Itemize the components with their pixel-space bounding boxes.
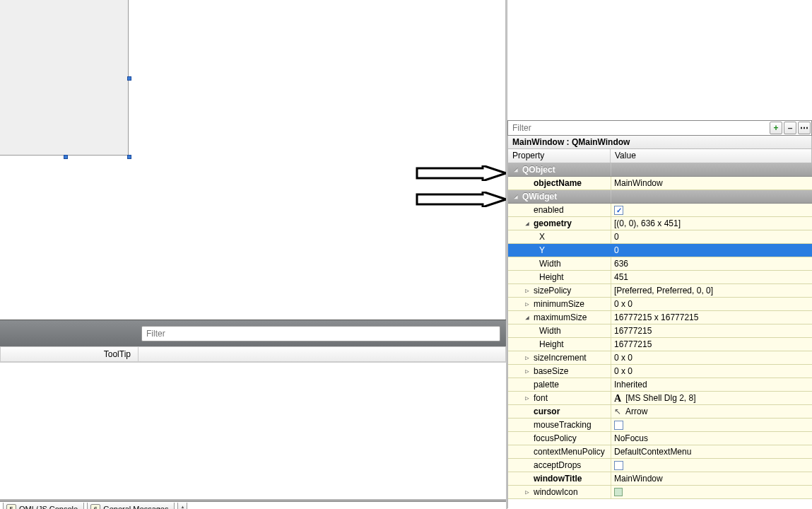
selected-object-header: MainWindow : QMainWindow	[507, 136, 812, 149]
prop-objectName-value[interactable]: MainWindow	[614, 177, 663, 190]
prop-minimumSize-value[interactable]: 0 x 0	[614, 298, 632, 311]
property-tree[interactable]: QObject objectName MainWindow QWidget en…	[507, 163, 812, 508]
prop-baseSize-value[interactable]: 0 x 0	[614, 365, 632, 378]
designer-form-surface[interactable]	[0, 0, 129, 156]
prop-palette[interactable]: palette Inherited	[508, 378, 812, 392]
prop-geometry-y[interactable]: Y 0	[508, 244, 812, 257]
output-tabs: 5 QML/JS Console 6 General Messages ▲▼	[3, 503, 187, 509]
property-editor-options-button[interactable]: ⋯	[798, 122, 811, 134]
resize-handle-east[interactable]	[127, 76, 131, 81]
prop-mouseTracking-checkbox[interactable]	[614, 421, 623, 430]
tab-general-messages[interactable]: 6 General Messages	[87, 503, 175, 509]
prop-maximumSize-height[interactable]: Height 16777215	[508, 338, 812, 351]
resize-handle-south[interactable]	[64, 155, 68, 159]
prop-geometry[interactable]: geometry [(0, 0), 636 x 451]	[508, 217, 812, 230]
prop-mouseTracking[interactable]: mouseTracking	[508, 419, 812, 432]
prop-windowTitle-value[interactable]: MainWindow	[614, 472, 663, 486]
annotation-arrow-qwidget	[416, 192, 507, 207]
prop-palette-value[interactable]: Inherited	[614, 378, 647, 392]
tab-qml-js-console-badge: 5	[6, 504, 16, 510]
prop-maximumSize[interactable]: maximumSize 16777215 x 16777215	[508, 311, 812, 324]
group-qwidget[interactable]: QWidget	[508, 190, 812, 204]
column-property-label: Property	[508, 149, 611, 163]
prop-sizeIncrement-value[interactable]: 0 x 0	[614, 351, 632, 365]
prop-objectName[interactable]: objectName MainWindow	[508, 177, 812, 190]
signal-slot-area[interactable]	[0, 362, 506, 501]
prop-geometry-y-value[interactable]: 0	[614, 244, 619, 257]
prop-cursor[interactable]: cursor Arrow	[508, 405, 812, 419]
prop-maximumSize-height-value[interactable]: 16777215	[614, 338, 652, 351]
tab-general-messages-badge: 6	[90, 504, 100, 510]
prop-focusPolicy-value[interactable]: NoFocus	[614, 432, 648, 445]
annotation-arrow-qobject	[416, 165, 507, 181]
font-icon: A	[614, 392, 621, 405]
add-dynamic-property-button[interactable]: +	[770, 122, 782, 134]
group-qobject[interactable]: QObject	[508, 163, 812, 177]
signal-slot-header-row: ToolTip	[0, 346, 506, 362]
prop-contextMenuPolicy[interactable]: contextMenuPolicy DefaultContextMenu	[508, 445, 812, 459]
prop-baseSize[interactable]: baseSize 0 x 0	[508, 365, 812, 378]
prop-geometry-x-value[interactable]: 0	[614, 230, 619, 244]
prop-windowTitle[interactable]: windowTitle MainWindow	[508, 472, 812, 486]
resize-handle-southeast[interactable]	[127, 155, 131, 159]
prop-geometry-height[interactable]: Height 451	[508, 271, 812, 284]
output-tab-stepper[interactable]: ▲▼	[177, 503, 187, 509]
prop-cursor-value[interactable]: Arrow	[625, 405, 647, 419]
column-value-label: Value	[611, 149, 811, 163]
prop-focusPolicy[interactable]: focusPolicy NoFocus	[508, 432, 812, 445]
tab-qml-js-console-label: QML/JS Console	[19, 505, 78, 510]
signal-slot-empty-column	[139, 347, 505, 361]
prop-contextMenuPolicy-value[interactable]: DefaultContextMenu	[614, 445, 691, 459]
prop-geometry-width[interactable]: Width 636	[508, 257, 812, 271]
cursor-icon	[614, 405, 621, 419]
prop-minimumSize[interactable]: minimumSize 0 x 0	[508, 298, 812, 311]
right-top-area	[507, 0, 812, 120]
vertical-splitter[interactable]	[506, 0, 507, 509]
property-filter-bar: + – ⋯	[507, 120, 812, 136]
property-editor: + – ⋯ MainWindow : QMainWindow Property …	[507, 120, 812, 509]
prop-geometry-width-value[interactable]: 636	[614, 257, 628, 271]
prop-enabled[interactable]: enabled	[508, 204, 812, 217]
prop-geometry-height-value[interactable]: 451	[614, 271, 628, 284]
prop-font[interactable]: font A[MS Shell Dlg 2, 8]	[508, 392, 812, 405]
object-inspector-filter-input[interactable]	[141, 326, 500, 341]
prop-maximumSize-width-value[interactable]: 16777215	[614, 324, 652, 338]
prop-geometry-value: [(0, 0), 636 x 451]	[614, 217, 681, 230]
prop-sizePolicy[interactable]: sizePolicy [Preferred, Preferred, 0, 0]	[508, 284, 812, 298]
tab-qml-js-console[interactable]: 5 QML/JS Console	[3, 503, 84, 509]
prop-acceptDrops[interactable]: acceptDrops	[508, 459, 812, 472]
prop-maximumSize-value: 16777215 x 16777215	[614, 311, 698, 324]
prop-font-value[interactable]: [MS Shell Dlg 2, 8]	[625, 392, 695, 405]
horizontal-splitter[interactable]	[0, 499, 506, 502]
prop-acceptDrops-checkbox[interactable]	[614, 461, 623, 470]
window-icon-swatch[interactable]	[614, 488, 623, 496]
tooltip-column-header: ToolTip	[1, 347, 139, 361]
prop-enabled-checkbox[interactable]	[614, 206, 623, 215]
tab-general-messages-label: General Messages	[103, 505, 168, 510]
prop-geometry-x[interactable]: X 0	[508, 230, 812, 244]
property-column-header: Property Value	[507, 149, 812, 163]
form-canvas[interactable]	[0, 0, 506, 320]
prop-maximumSize-width[interactable]: Width 16777215	[508, 324, 812, 338]
prop-sizePolicy-value[interactable]: [Preferred, Preferred, 0, 0]	[614, 284, 713, 298]
prop-sizeIncrement[interactable]: sizeIncrement 0 x 0	[508, 351, 812, 365]
property-filter-input[interactable]	[508, 121, 769, 135]
remove-dynamic-property-button[interactable]: –	[784, 122, 796, 134]
prop-windowIcon[interactable]: windowIcon	[508, 486, 812, 499]
object-inspector-filter-bar	[0, 320, 506, 346]
